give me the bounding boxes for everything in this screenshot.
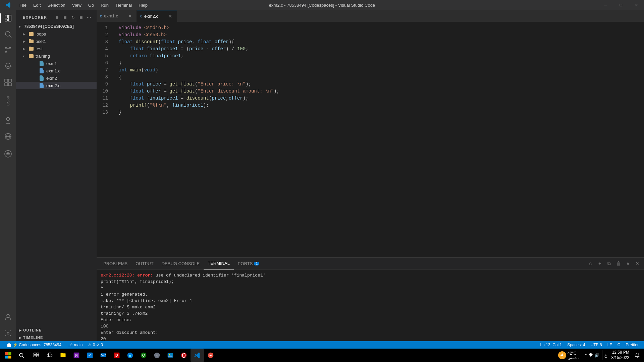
minimize-button[interactable]: ─ (598, 0, 613, 10)
sidebar-item-exm2[interactable]: ▶ exm2 (16, 74, 97, 82)
sidebar-item-exm1[interactable]: ▶ exm1 (16, 60, 97, 67)
sidebar-header-actions: ⊕ ⊞ ↻ ⊟ ··· (54, 14, 93, 21)
new-folder-button[interactable]: ⊞ (62, 14, 68, 21)
taskbar-taskview[interactable] (30, 349, 43, 362)
menu-file[interactable]: File (16, 0, 30, 10)
status-encoding[interactable]: UTF-8 (588, 341, 605, 349)
activity-account[interactable] (0, 309, 16, 325)
activity-cs50-duck[interactable] (0, 112, 16, 128)
activity-source-control[interactable] (0, 42, 16, 58)
systray-speaker[interactable]: 🔊 (594, 353, 599, 358)
taskbar-app10[interactable]: ◎ (150, 349, 164, 362)
weather-info: 42°C مشمس (568, 351, 580, 360)
status-lang[interactable]: C (615, 341, 623, 349)
status-branch-label: ⎇ main (68, 343, 83, 347)
terminal-content[interactable]: exm2.c:12:20: error: use of undeclared i… (97, 269, 644, 341)
sidebar-item-training[interactable]: ▾ training (16, 52, 97, 60)
start-button[interactable] (1, 349, 15, 362)
status-errors[interactable]: ⚠ 0 ⊘ 0 (85, 341, 105, 349)
systray-chevron[interactable]: ^ (585, 353, 587, 358)
sidebar-item-pset1[interactable]: ▶ pset1 (16, 38, 97, 45)
menu-help[interactable]: Help (135, 0, 151, 10)
panel-expand-btn[interactable]: ∧ (624, 259, 632, 267)
title-bar-controls: ─ □ ✕ (598, 0, 644, 10)
tab-close-exm2c[interactable]: ✕ (167, 13, 173, 19)
outline-section[interactable]: ▶ OUTLINE (16, 326, 97, 334)
status-eol[interactable]: LF (605, 341, 615, 349)
taskbar-search-button[interactable] (15, 349, 28, 362)
terminal-error-line: exm2.c:12:20: error: use of undeclared i… (101, 272, 640, 279)
sidebar-item-test[interactable]: ▶ test (16, 45, 97, 52)
new-file-button[interactable]: ⊕ (54, 14, 60, 21)
activity-explorer[interactable] (0, 10, 16, 26)
panel-close-btn[interactable]: ✕ (633, 259, 641, 267)
taskbar-lang[interactable]: ع (602, 353, 609, 358)
activity-remote[interactable] (0, 128, 16, 144)
status-encoding-label: UTF-8 (591, 343, 602, 347)
taskbar-onenote[interactable]: N (70, 349, 83, 362)
taskbar-photos[interactable] (164, 349, 177, 362)
clock-date: 8/15/2022 (611, 355, 629, 361)
panel-tab-output[interactable]: OUTPUT (131, 258, 157, 269)
status-prettier[interactable]: Prettier (623, 341, 641, 349)
sidebar-item-exm1c[interactable]: ▶ exm1.c (16, 67, 97, 74)
tab-exm1c[interactable]: c exm1.c ✕ (97, 10, 137, 22)
refresh-button[interactable]: ↻ (70, 14, 76, 21)
sidebar-label-pset1: pset1 (36, 39, 46, 44)
systray-network[interactable] (588, 353, 593, 358)
maximize-button[interactable]: □ (613, 0, 629, 10)
status-ln-col[interactable]: Ln 13, Col 1 (538, 341, 565, 349)
status-branch[interactable]: ⎇ main (65, 341, 85, 349)
status-errors-label: ⚠ 0 ⊘ 0 (88, 343, 103, 347)
activity-extensions[interactable] (0, 74, 16, 90)
taskbar-xbox[interactable] (137, 349, 150, 362)
menu-terminal[interactable]: Terminal (112, 0, 135, 10)
tab-close-exm1c[interactable]: ✕ (127, 13, 133, 19)
more-actions-button[interactable]: ··· (86, 14, 93, 21)
menu-go[interactable]: Go (85, 0, 97, 10)
taskbar-clock[interactable]: 12:58 PM 8/15/2022 (609, 350, 632, 360)
menu-run[interactable]: Run (97, 0, 112, 10)
status-ln-col-label: Ln 13, Col 1 (540, 343, 562, 347)
taskbar-fileexplorer[interactable] (56, 349, 70, 362)
taskbar-phonelink[interactable] (43, 349, 56, 362)
tab-exm2c[interactable]: c exm2.c ✕ (137, 10, 177, 22)
panel-add-btn[interactable]: + (596, 259, 604, 267)
activity-debug[interactable] (0, 58, 16, 74)
panel-tab-terminal[interactable]: TERMINAL (204, 258, 234, 269)
menu-view[interactable]: View (69, 0, 85, 10)
workspace-root[interactable]: ▾ 78538494 [CODESPACES] (16, 23, 97, 30)
menu-edit[interactable]: Edit (30, 0, 44, 10)
taskbar-mail[interactable] (97, 349, 110, 362)
activity-settings[interactable] (0, 325, 16, 341)
training-arrow: ▾ (23, 54, 28, 58)
folder-icon (28, 31, 34, 37)
timeline-section[interactable]: ▶ TIMELINE (16, 334, 97, 341)
panel-trash-btn[interactable]: 🗑 (614, 259, 623, 267)
clock-time: 12:58 PM (611, 350, 629, 355)
sidebar-item-exm2c[interactable]: ▶ exm2.c (16, 82, 97, 89)
taskbar-weather[interactable]: 42°C مشمس (555, 351, 582, 360)
taskbar-defender[interactable]: D (110, 349, 123, 362)
panel-tab-ports[interactable]: PORTS 1 (234, 258, 264, 269)
taskbar-notifications[interactable] (632, 349, 643, 362)
panel-home-btn[interactable]: ⌂ (586, 259, 594, 267)
status-remote[interactable]: ⚡ Codespaces: 78538494 (3, 341, 65, 349)
panel-split-btn[interactable]: ⧉ (605, 259, 613, 267)
code-editor[interactable]: 12345 678910 111213 #include <stdio.h> #… (97, 22, 644, 257)
svg-text:D: D (115, 353, 118, 357)
menu-selection[interactable]: Selection (44, 0, 68, 10)
taskbar-app14[interactable]: ❤ (204, 349, 217, 362)
taskbar-store[interactable] (83, 349, 97, 362)
taskbar-opera[interactable] (177, 349, 191, 362)
sidebar-item-loops[interactable]: ▶ loops (16, 30, 97, 38)
panel-tab-debug[interactable]: DEBUG CONSOLE (158, 258, 204, 269)
taskbar-edge[interactable] (123, 349, 137, 362)
collapse-button[interactable]: ⊟ (78, 14, 85, 21)
status-spaces[interactable]: Spaces: 4 (565, 341, 588, 349)
activity-search[interactable] (0, 26, 16, 42)
activity-copilot[interactable] (0, 146, 16, 162)
panel-tab-problems[interactable]: PROBLEMS (99, 258, 131, 269)
taskbar-vscode[interactable] (191, 349, 204, 362)
close-button[interactable]: ✕ (629, 0, 644, 10)
